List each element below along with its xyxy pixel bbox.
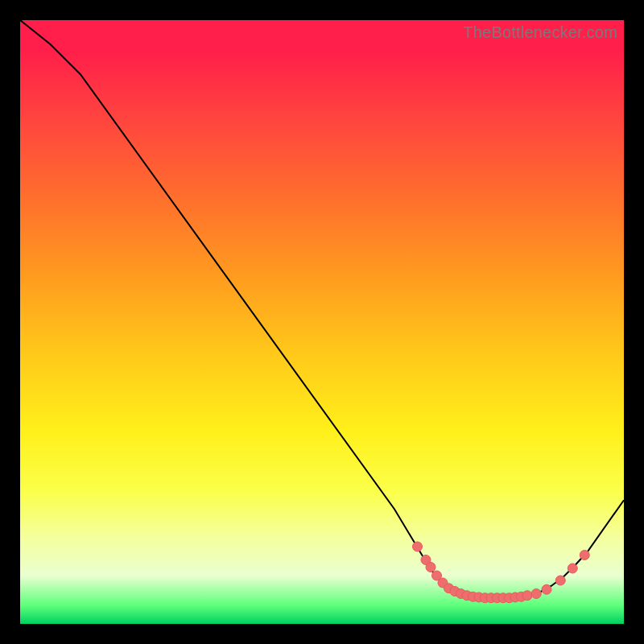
curve-marker (580, 551, 589, 560)
bottleneck-curve-plot (20, 20, 624, 624)
curve-marker (542, 584, 551, 594)
chart-frame: TheBottlenecker.com (20, 20, 624, 624)
curve-marker (426, 563, 436, 572)
curve-line (20, 20, 624, 598)
curve-markers (413, 542, 590, 603)
curve-marker (568, 564, 577, 573)
curve-marker (522, 591, 532, 601)
curve-marker (531, 589, 541, 599)
watermark-text: TheBottlenecker.com (463, 23, 617, 42)
curve-marker (555, 576, 565, 585)
curve-marker (413, 542, 423, 551)
